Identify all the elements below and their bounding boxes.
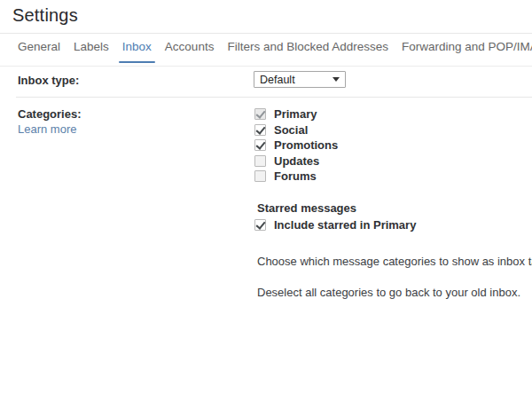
divider [0, 33, 532, 34]
page-title: Settings [12, 5, 78, 26]
category-option-social[interactable]: Social [254, 123, 308, 137]
categories-help-text-1: Choose which message categories to show … [257, 255, 532, 268]
category-option-primary[interactable]: Primary [254, 107, 317, 121]
updates-checkbox[interactable] [254, 155, 266, 167]
category-option-label: Promotions [274, 138, 338, 152]
include-starred-checkbox[interactable] [254, 219, 266, 231]
divider [16, 97, 532, 98]
category-option-promotions[interactable]: Promotions [254, 138, 338, 152]
starred-messages-heading: Starred messages [257, 201, 356, 215]
category-option-updates[interactable]: Updates [254, 154, 319, 168]
tab-filters-and-blocked-addresses[interactable]: Filters and Blocked Addresses [227, 40, 388, 60]
tab-general[interactable]: General [18, 40, 60, 60]
inbox-type-selected-value: Default [260, 74, 295, 86]
tab-inbox[interactable]: Inbox [122, 40, 152, 60]
social-checkbox[interactable] [254, 124, 266, 136]
category-option-label: Forums [274, 169, 317, 183]
learn-more-link[interactable]: Learn more [18, 122, 76, 136]
settings-tab-bar: General Labels Inbox Accounts Filters an… [18, 40, 532, 60]
category-option-forums[interactable]: Forums [254, 169, 317, 183]
divider [0, 66, 532, 67]
category-option-label: Updates [274, 154, 319, 168]
category-option-label: Social [274, 123, 308, 137]
inbox-type-label: Inbox type: [18, 74, 79, 87]
include-starred-label: Include starred in Primary [274, 218, 416, 232]
settings-page: Settings General Labels Inbox Accounts F… [0, 0, 532, 417]
include-starred-in-primary-option[interactable]: Include starred in Primary [254, 218, 416, 232]
tab-accounts[interactable]: Accounts [165, 40, 215, 60]
tab-labels[interactable]: Labels [74, 40, 109, 60]
categories-label: Categories: [18, 107, 82, 121]
tab-forwarding-and-pop-imap[interactable]: Forwarding and POP/IMAP [402, 40, 532, 60]
dropdown-arrow-icon [332, 77, 340, 82]
primary-checkbox[interactable] [254, 108, 266, 120]
promotions-checkbox[interactable] [254, 139, 266, 151]
forums-checkbox[interactable] [254, 170, 266, 182]
category-option-label: Primary [274, 107, 317, 121]
inbox-type-select[interactable]: Default [254, 71, 346, 88]
categories-help-text-2: Deselect all categories to go back to yo… [257, 286, 520, 299]
